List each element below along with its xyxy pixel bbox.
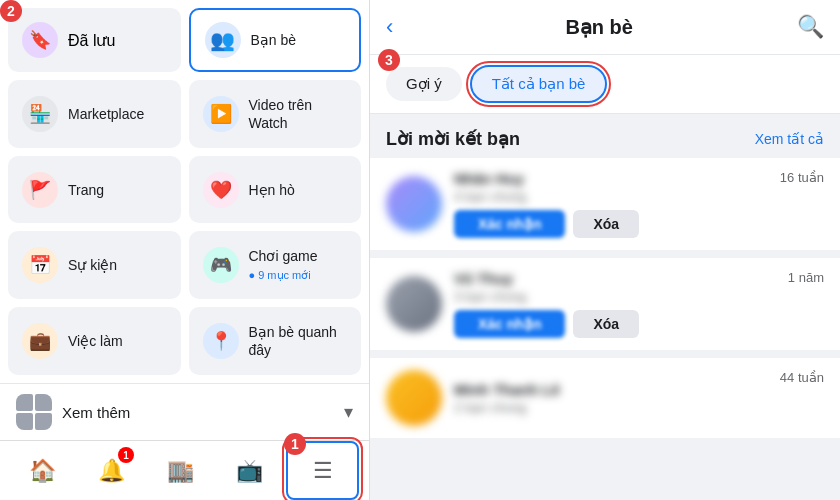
menu-grid: 🏪 Marketplace ▶️ Video trên Watch 🚩 Tran… [0,72,369,383]
notification-badge: 1 [118,447,134,463]
friend-card-1: Vũ Thuy 3 bạn chung Xác nhận Xóa 1 năm [370,258,840,350]
avatar-2 [386,370,442,426]
friend-time-2: 44 tuần [780,370,824,385]
viec-lam-menu-item[interactable]: 💼 Việc làm [8,307,181,375]
friend-actions-0: Xác nhận Xóa [454,210,768,238]
avatar-0 [386,176,442,232]
video-watch-label: Video trên Watch [249,96,348,132]
right-panel: ‹ Bạn bè 🔍 3 Gợi ý Tất cả bạn bè Lời mời… [370,0,840,500]
friend-mutual-1: 3 bạn chung [454,289,776,304]
trang-label: Trang [68,181,104,199]
accept-button-1[interactable]: Xác nhận [454,310,565,338]
delete-button-0[interactable]: Xóa [573,210,639,238]
friend-time-1: 1 năm [788,270,824,285]
nav-notifications[interactable]: 🔔 1 [77,441,146,500]
page-title: Bạn bè [401,15,797,39]
choi-game-menu-item[interactable]: 🎮 Chơi game ● 9 mục mới [189,231,362,299]
friend-mutual-0: 4 bạn chung [454,189,768,204]
home-icon: 🏠 [29,458,56,484]
friend-actions-1: Xác nhận Xóa [454,310,776,338]
ban-be-menu-item[interactable]: 👥 Bạn bè [189,8,362,72]
back-button[interactable]: ‹ [386,14,393,40]
video-watch-menu-item[interactable]: ▶️ Video trên Watch [189,80,362,148]
tabs-row: 3 Gợi ý Tất cả bạn bè [370,55,840,114]
hen-ho-icon: ❤️ [203,172,239,208]
right-header: ‹ Bạn bè 🔍 [370,0,840,55]
xem-them-label: Xem thêm [62,404,334,421]
see-all-link[interactable]: Xem tất cả [755,131,824,147]
delete-button-1[interactable]: Xóa [573,310,639,338]
hen-ho-label: Hẹn hò [249,181,295,199]
viec-lam-label: Việc làm [68,332,123,350]
tab-goi-y[interactable]: Gợi ý [386,67,462,101]
search-button[interactable]: 🔍 [797,14,824,40]
saved-label: Đã lưu [68,31,115,50]
step3-badge: 3 [378,49,400,71]
left-panel: 2 🔖 Đã lưu 👥 Bạn bè 🏪 Marketplace ▶️ Vid… [0,0,370,500]
step1-badge: 1 [284,433,306,455]
friend-name-1: Vũ Thuy [454,270,776,287]
step2-badge: 2 [0,0,22,22]
friend-time-0: 16 tuần [780,170,824,185]
ban-be-quanh-day-menu-item[interactable]: 📍 Bạn bè quanh đây [189,307,362,375]
friend-card-0: Nhân Huy 4 bạn chung Xác nhận Xóa 16 tuầ… [370,158,840,250]
marketplace-icon: 🏪 [22,96,58,132]
su-kien-label: Sự kiện [68,256,117,274]
friend-info-1: Vũ Thuy 3 bạn chung Xác nhận Xóa [454,270,776,338]
section-title: Lời mời kết bạn [386,128,520,150]
video-icon: 📺 [236,458,263,484]
marketplace-label: Marketplace [68,105,144,123]
marketplace-menu-item[interactable]: 🏪 Marketplace [8,80,181,148]
section-header: Lời mời kết bạn Xem tất cả [370,114,840,158]
xem-them-row[interactable]: Xem thêm ▾ [0,383,369,440]
nav-home[interactable]: 🏠 [8,441,77,500]
trang-icon: 🚩 [22,172,58,208]
viec-lam-icon: 💼 [22,323,58,359]
choi-game-label: Chơi game [249,248,318,264]
friend-mutual-2: 2 bạn chung [454,400,768,415]
friend-card-2: Minh Thanh Lê 2 bạn chung 44 tuần [370,358,840,438]
accept-button-0[interactable]: Xác nhận [454,210,565,238]
avatar-1 [386,276,442,332]
friend-info-2: Minh Thanh Lê 2 bạn chung [454,381,768,415]
friend-info-0: Nhân Huy 4 bạn chung Xác nhận Xóa [454,170,768,238]
trang-menu-item[interactable]: 🚩 Trang [8,156,181,224]
friend-name-2: Minh Thanh Lê [454,381,768,398]
nav-video[interactable]: 📺 [215,441,284,500]
ban-be-icon: 👥 [205,22,241,58]
choi-game-icon: 🎮 [203,247,239,283]
ban-be-label: Bạn bè [251,31,297,49]
tab-tat-ca-ban-be[interactable]: Tất cả bạn bè [470,65,608,103]
nav-store[interactable]: 🏬 [146,441,215,500]
menu-icon: ☰ [313,458,333,484]
choi-game-badge: ● 9 mục mới [249,269,311,281]
saved-icon: 🔖 [22,22,58,58]
su-kien-icon: 📅 [22,247,58,283]
ban-be-quanh-day-label: Bạn bè quanh đây [249,323,348,359]
bottom-nav: 🏠 🔔 1 🏬 📺 1 ☰ [0,440,369,500]
right-content: Lời mời kết bạn Xem tất cả Nhân Huy 4 bạ… [370,114,840,500]
saved-menu-item[interactable]: 2 🔖 Đã lưu [8,8,181,72]
friend-name-0: Nhân Huy [454,170,768,187]
video-watch-icon: ▶️ [203,96,239,132]
ban-be-quanh-day-icon: 📍 [203,323,239,359]
xem-them-icon [16,394,52,430]
nav-menu[interactable]: 1 ☰ [286,441,359,500]
chevron-down-icon: ▾ [344,401,353,423]
su-kien-menu-item[interactable]: 📅 Sự kiện [8,231,181,299]
store-icon: 🏬 [167,458,194,484]
hen-ho-menu-item[interactable]: ❤️ Hẹn hò [189,156,362,224]
